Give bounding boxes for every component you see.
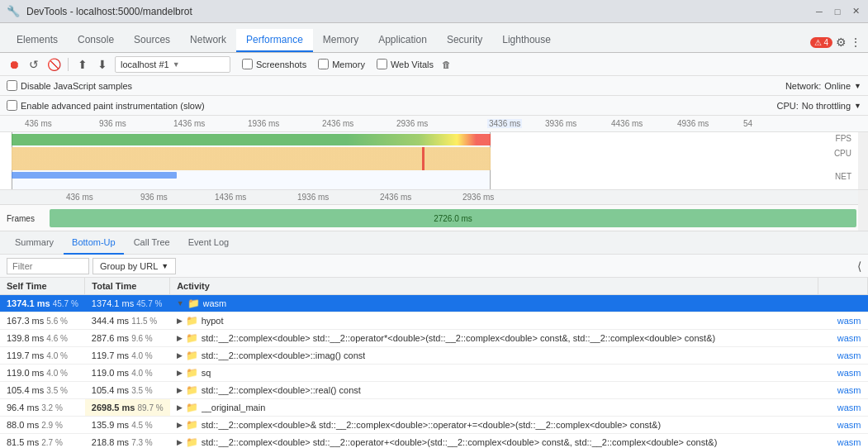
expand-triangle[interactable]: ▶ — [177, 403, 183, 412]
btab-bottom-up[interactable]: Bottom-Up — [64, 231, 124, 255]
ov-scrollbar[interactable] — [858, 190, 868, 205]
webvitals-checkbox[interactable] — [377, 59, 387, 69]
btab-event-log[interactable]: Event Log — [180, 231, 238, 255]
self-time-cell: 88.0 ms 2.9 % — [0, 417, 85, 434]
overview-ruler: 436 ms 936 ms 1436 ms 1936 ms 2436 ms 29… — [0, 190, 868, 205]
wasm-link[interactable]: wasm — [837, 350, 861, 360]
expand-triangle[interactable]: ▶ — [177, 438, 183, 446]
net-label: NET — [835, 172, 851, 181]
expand-triangle[interactable]: ▶ — [177, 386, 183, 394]
settings-icon[interactable]: ⚙ — [836, 36, 847, 49]
table-row[interactable]: 88.0 ms 2.9 %135.9 ms 4.5 %▶📁std::__2::c… — [0, 417, 868, 434]
more-icon[interactable]: ⋮ — [850, 36, 861, 49]
tick-936: 936 ms — [99, 119, 126, 128]
tab-performance[interactable]: Performance — [236, 29, 313, 52]
webvitals-label[interactable]: Web Vitals — [391, 60, 434, 69]
activity-text: wasm — [203, 298, 227, 308]
activity-cell: ▶📁hypot — [170, 312, 818, 330]
tick-4436: 4436 ms — [611, 119, 643, 128]
tab-network[interactable]: Network — [180, 29, 236, 52]
tab-console[interactable]: Console — [68, 29, 124, 52]
memory-group: Memory — [318, 59, 365, 69]
expand-triangle[interactable]: ▶ — [177, 351, 183, 360]
tab-sources[interactable]: Sources — [124, 29, 180, 52]
wasm-cell: wasm — [818, 365, 868, 382]
activity-cell: ▶📁std::__2::complex<double> std::__2::op… — [170, 434, 818, 449]
memory-checkbox[interactable] — [318, 59, 329, 69]
memory-label[interactable]: Memory — [332, 60, 365, 69]
trash-icon[interactable]: 🗑 — [442, 60, 451, 69]
table-row[interactable]: 81.5 ms 2.7 %218.8 ms 7.3 %▶📁std::__2::c… — [0, 434, 868, 449]
group-by-url-button[interactable]: Group by URL ▼ — [92, 258, 176, 274]
activity-cell: ▶📁__original_main — [170, 399, 818, 417]
wasm-link[interactable]: wasm — [837, 316, 861, 326]
btab-call-tree[interactable]: Call Tree — [126, 231, 178, 255]
table-row[interactable]: 119.7 ms 4.0 %119.7 ms 4.0 %▶📁std::__2::… — [0, 347, 868, 365]
expand-panel-icon[interactable]: ⟨ — [857, 260, 861, 273]
fps-track — [12, 134, 491, 145]
activity-cell: ▶📁std::__2::complex<double> std::__2::op… — [170, 330, 818, 347]
activity-cell: ▼📁wasm — [170, 295, 818, 312]
tab-application[interactable]: Application — [368, 29, 437, 52]
ov-tick-2936: 2936 ms — [462, 193, 494, 202]
tab-elements[interactable]: Elements — [7, 29, 68, 52]
table-row[interactable]: 96.4 ms 3.2 %2698.5 ms 89.7 %▶📁__origina… — [0, 399, 868, 417]
expand-triangle[interactable]: ▶ — [177, 369, 183, 377]
disable-js-checkbox[interactable] — [7, 80, 17, 91]
record-button[interactable]: ⏺ — [7, 57, 21, 72]
expand-triangle[interactable]: ▶ — [177, 317, 183, 325]
frames-scrollbar[interactable] — [858, 205, 868, 231]
activity-text: hypot — [202, 316, 224, 326]
close-button[interactable]: ✕ — [850, 6, 861, 17]
tab-security[interactable]: Security — [437, 29, 492, 52]
upload-button[interactable]: ⬆ — [75, 57, 90, 72]
wasm-link[interactable]: wasm — [837, 437, 861, 447]
wasm-link[interactable]: wasm — [837, 368, 861, 378]
tab-lighthouse[interactable]: Lighthouse — [492, 29, 561, 52]
btab-summary[interactable]: Summary — [7, 231, 62, 255]
wasm-link[interactable]: wasm — [837, 333, 861, 343]
tab-memory[interactable]: Memory — [313, 29, 368, 52]
folder-icon: 📁 — [187, 298, 200, 309]
cpu-dropdown[interactable]: CPU: No throttling ▼ — [776, 101, 861, 111]
tab-icons: ⚠ 4 ⚙ ⋮ — [804, 36, 868, 49]
timeline-scrollbar[interactable] — [858, 132, 868, 190]
screenshots-label[interactable]: Screenshots — [256, 60, 306, 69]
window-controls: ─ □ ✕ — [813, 6, 861, 17]
minimize-button[interactable]: ─ — [813, 6, 825, 17]
network-dropdown[interactable]: Network: Online ▼ — [785, 81, 861, 91]
table-row[interactable]: 105.4 ms 3.5 %105.4 ms 3.5 %▶📁std::__2::… — [0, 382, 868, 399]
ov-tick-1936: 1936 ms — [297, 193, 329, 202]
table-row[interactable]: 1374.1 ms 45.7 %1374.1 ms 45.7 %▼📁wasm — [0, 295, 868, 312]
url-selector[interactable]: localhost #1 ▼ — [115, 56, 230, 73]
maximize-button[interactable]: □ — [832, 6, 843, 17]
table-row[interactable]: 139.8 ms 4.6 %287.6 ms 9.6 %▶📁std::__2::… — [0, 330, 868, 347]
clear-button[interactable]: 🚫 — [46, 57, 61, 72]
activity-text: std::__2::complex<double> std::__2::oper… — [202, 333, 716, 343]
expand-triangle[interactable]: ▶ — [177, 421, 183, 429]
wasm-link[interactable]: wasm — [837, 385, 861, 395]
total-time-cell: 119.0 ms 4.0 % — [85, 365, 170, 382]
tick-3436: 3436 ms — [487, 119, 522, 128]
table-area: Self Time Total Time Activity 1374.1 ms … — [0, 278, 868, 448]
advanced-paint-checkbox[interactable] — [7, 100, 17, 111]
table-row[interactable]: 119.0 ms 4.0 %119.0 ms 4.0 %▶📁sqwasm — [0, 365, 868, 382]
devtools-tab-bar: Elements Console Sources Network Perform… — [0, 23, 868, 53]
wasm-link[interactable]: wasm — [837, 403, 861, 412]
expand-triangle[interactable]: ▼ — [177, 299, 184, 307]
wasm-link[interactable]: wasm — [837, 420, 861, 430]
ov-tick-1436: 1436 ms — [215, 193, 246, 202]
self-time-cell: 81.5 ms 2.7 % — [0, 434, 85, 449]
self-time-cell: 96.4 ms 3.2 % — [0, 399, 85, 417]
webvitals-group: Web Vitals — [377, 59, 434, 69]
cpu-controls: CPU: No throttling ▼ — [776, 101, 861, 111]
table-row[interactable]: 167.3 ms 5.6 %344.4 ms 11.5 %▶📁hypotwasm — [0, 312, 868, 330]
network-label: Network: — [785, 81, 821, 91]
advanced-paint-label[interactable]: Enable advanced paint instrumentation (s… — [7, 100, 205, 111]
filter-input[interactable] — [7, 258, 89, 274]
download-button[interactable]: ⬇ — [95, 57, 110, 72]
screenshots-checkbox[interactable] — [242, 59, 253, 69]
expand-triangle[interactable]: ▶ — [177, 334, 183, 342]
refresh-button[interactable]: ↺ — [26, 57, 41, 72]
disable-js-label[interactable]: Disable JavaScript samples — [7, 80, 132, 91]
